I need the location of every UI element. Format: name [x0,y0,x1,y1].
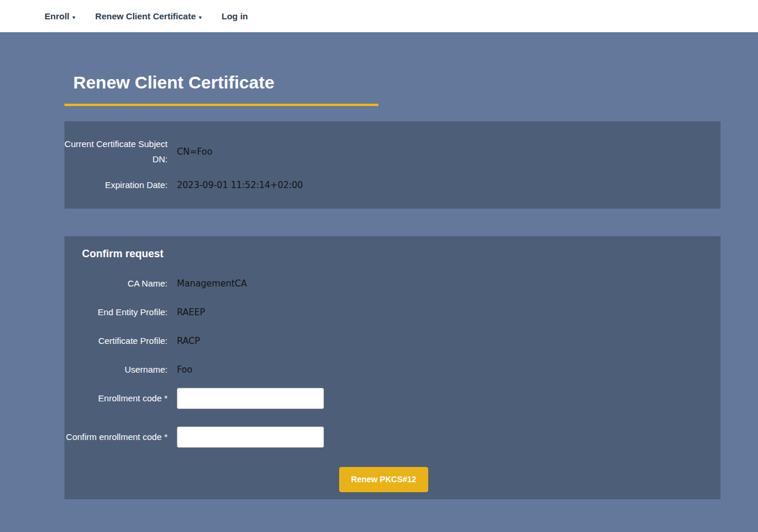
enrollment-code-label: Enrollment code * [64,391,168,406]
certificate-profile-label: Certificate Profile: [64,333,168,349]
enrollment-code-input[interactable] [177,388,324,409]
renew-pkcs12-button[interactable]: Renew PKCS#12 [339,467,428,492]
confirm-enrollment-code-row: Confirm enrollment code * [64,427,703,448]
subject-dn-value: CN=Foo [177,146,213,157]
page-title: Renew Client Certificate [64,73,378,92]
certificate-profile-value: RACP [177,336,200,346]
confirm-request-heading: Confirm request [82,248,703,260]
expiration-date-row: Expiration Date: 2023-09-01 11:52:14+02:… [64,175,703,196]
username-label: Username: [64,362,168,377]
expiration-date-value: 2023-09-01 11:52:14+02:00 [177,180,303,190]
nav-item-login-label: Log in [221,11,248,21]
certificate-profile-row: Certificate Profile: RACP [64,330,703,352]
main-content: Renew Client Certificate Current Certifi… [64,73,721,499]
nav-item-enroll-label: Enroll [45,11,70,21]
end-entity-profile-label: End Entity Profile: [64,305,168,320]
subject-dn-label: Current Certificate Subject DN: [64,137,168,167]
ca-name-value: ManagementCA [177,278,247,289]
username-value: Foo [177,364,192,375]
confirm-enrollment-code-input[interactable] [177,427,324,448]
top-navbar: Enroll ▾ Renew Client Certificate ▾ Log … [0,0,758,32]
nav-item-enroll[interactable]: Enroll ▾ [45,11,76,21]
end-entity-profile-row: End Entity Profile: RAEEP [64,302,703,323]
expiration-date-label: Expiration Date: [64,178,168,193]
chevron-down-icon: ▾ [73,14,76,21]
current-certificate-panel: Current Certificate Subject DN: CN=Foo E… [64,121,721,209]
confirm-request-panel: Confirm request CA Name: ManagementCA En… [64,236,721,499]
nav-item-renew-client-certificate[interactable]: Renew Client Certificate ▾ [95,11,202,21]
nav-item-log-in[interactable]: Log in [221,11,248,21]
page: Enroll ▾ Renew Client Certificate ▾ Log … [0,0,758,532]
title-block: Renew Client Certificate [64,73,378,106]
enrollment-code-row: Enrollment code * [64,388,703,409]
username-row: Username: Foo [64,359,703,380]
chevron-down-icon: ▾ [199,14,202,21]
nav-item-renew-label: Renew Client Certificate [95,11,196,21]
subject-dn-row: Current Certificate Subject DN: CN=Foo [64,137,703,167]
submit-button-row: Renew PKCS#12 [64,467,703,492]
ca-name-label: CA Name: [64,276,168,291]
end-entity-profile-value: RAEEP [177,307,205,318]
confirm-enrollment-code-label: Confirm enrollment code * [64,429,168,445]
ca-name-row: CA Name: ManagementCA [64,273,703,294]
